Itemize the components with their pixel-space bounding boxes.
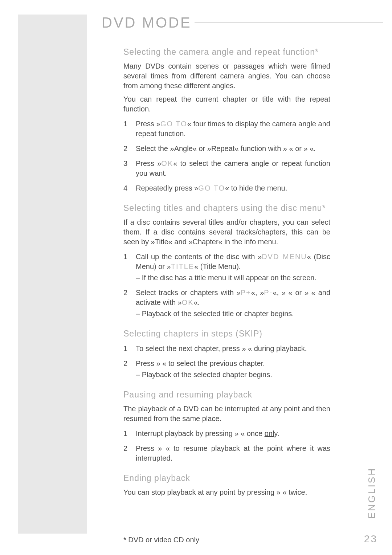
steps-disc: Call up the contents of the disc with »D… <box>123 252 330 319</box>
step-text: . <box>277 429 279 437</box>
btn-dvd-menu: DVD MENU <box>262 253 307 261</box>
step-text: Select tracks or chapters with » <box>136 289 241 297</box>
step-2: Press » « to select the previous chapter… <box>123 359 330 380</box>
step-text: « to hide the menu. <box>225 184 287 192</box>
step-text: «, » <box>251 289 264 297</box>
heading-skip: Selecting chapters in steps (SKIP) <box>123 329 330 339</box>
btn-goto: GO TO <box>160 120 187 128</box>
step-text: Press » <box>136 159 161 167</box>
footnote: * DVD or video CD only <box>123 536 199 544</box>
step-text: Interrupt playback by pressing » « once <box>136 429 265 437</box>
page-title: DVD MODE <box>102 15 334 31</box>
btn-goto: GO TO <box>198 184 225 192</box>
btn-pminus: P- <box>264 289 273 297</box>
steps-pause: Interrupt playback by pressing » « once … <box>123 429 330 463</box>
para-camera-1: Many DVDs contain scenes or passages whi… <box>123 61 330 91</box>
para-pause-1: The playback of a DVD can be interrupted… <box>123 404 330 424</box>
step-2: Press » « to resume playback at the poin… <box>123 444 330 463</box>
step-note: – If the disc has a title menu it will a… <box>136 273 330 283</box>
title-rule <box>195 22 383 23</box>
language-label: ENGLISH <box>366 467 377 519</box>
step-2: Select tracks or chapters with »P+«, »P-… <box>123 288 330 319</box>
step-1: Press »GO TO« four times to display the … <box>123 119 330 139</box>
step-underline: only <box>265 429 277 437</box>
page-content: DVD MODE Selecting the camera angle and … <box>102 15 334 501</box>
para-camera-2: You can repeat the current chapter or ti… <box>123 94 330 114</box>
step-text: «. <box>194 298 200 306</box>
steps-camera: Press »GO TO« four times to display the … <box>123 119 330 193</box>
step-text: Press » « to select the previous chapter… <box>136 359 265 367</box>
btn-pplus: P+ <box>241 289 251 297</box>
step-1: Interrupt playback by pressing » « once … <box>123 429 330 438</box>
step-4: Repeatedly press »GO TO« to hide the men… <box>123 183 330 193</box>
step-text: Repeatedly press » <box>136 184 198 192</box>
step-note: – Playback of the selected title or chap… <box>136 309 330 319</box>
page-number: 23 <box>364 533 377 545</box>
heading-pause: Pausing and resuming playback <box>123 390 330 400</box>
steps-skip: To select the next chapter, press » « du… <box>123 344 330 380</box>
step-text: Call up the contents of the disc with » <box>136 253 262 261</box>
step-text: Press » <box>136 120 160 128</box>
step-1: Call up the contents of the disc with »D… <box>123 252 330 283</box>
step-text: « (Title Menu). <box>194 262 241 270</box>
heading-camera-angle: Selecting the camera angle and repeat fu… <box>123 47 330 57</box>
btn-title: TITLE <box>171 262 194 270</box>
step-2: Select the »Angle« or »Repeat« function … <box>123 144 330 154</box>
heading-disc-menu: Selecting titles and chapters using the … <box>123 203 330 213</box>
left-margin-bar <box>18 15 87 534</box>
step-1: To select the next chapter, press » « du… <box>123 344 330 354</box>
para-disc-1: If a disc contains several titles and/or… <box>123 217 330 247</box>
step-note: – Playback of the selected chapter begin… <box>136 370 330 380</box>
step-3: Press »OK« to select the camera angle or… <box>123 159 330 178</box>
btn-ok: OK <box>161 159 173 167</box>
page-title-text: DVD MODE <box>102 15 192 30</box>
para-end-1: You can stop playback at any point by pr… <box>123 487 330 497</box>
heading-end: Ending playback <box>123 473 330 483</box>
btn-ok: OK <box>182 298 194 306</box>
